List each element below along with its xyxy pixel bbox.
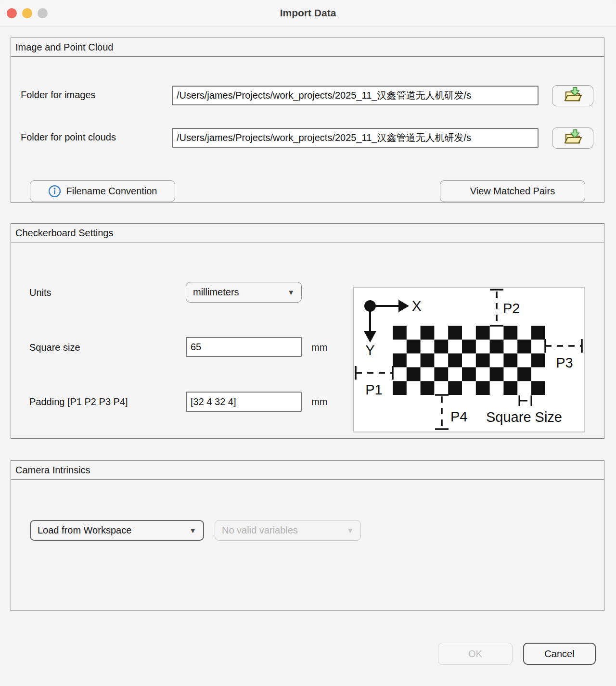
- open-folder-icon: [562, 86, 583, 106]
- camera-intrinsics-panel: Camera Intrinsics Load from Workspace ▼ …: [11, 460, 604, 611]
- camera-intrinsics-header: Camera Intrinsics: [11, 461, 604, 480]
- intrinsics-variable-dropdown: No valid variables ▼: [215, 520, 361, 541]
- import-data-dialog: Import Data Image and Point Cloud Folder…: [0, 0, 616, 686]
- dropdown-arrow-icon: ▼: [189, 526, 196, 534]
- x-axis-label: X: [412, 298, 421, 314]
- folder-images-input[interactable]: [172, 86, 539, 105]
- intrinsics-source-value: Load from Workspace: [38, 525, 131, 536]
- dropdown-arrow-icon: ▼: [287, 288, 295, 296]
- square-size-input[interactable]: [186, 337, 302, 357]
- units-label: Units: [29, 287, 51, 298]
- window-title: Import Data: [0, 0, 616, 26]
- p3-label: P3: [556, 355, 573, 370]
- titlebar: Import Data: [0, 0, 616, 26]
- folder-images-label: Folder for images: [21, 89, 96, 101]
- open-folder-icon: [562, 128, 583, 148]
- image-point-cloud-panel: Image and Point Cloud Folder for images …: [11, 38, 604, 203]
- checkerboard-squares: [393, 326, 545, 395]
- folder-point-clouds-input[interactable]: [172, 128, 539, 148]
- view-matched-pairs-button[interactable]: View Matched Pairs: [440, 180, 585, 202]
- folder-point-clouds-label: Folder for point clouds: [21, 132, 116, 143]
- units-value: millimeters: [193, 287, 239, 298]
- x-axis-arrow-icon: [398, 300, 409, 312]
- intrinsics-variable-value: No valid variables: [222, 525, 298, 536]
- checkerboard-diagram: X Y P2 P3: [353, 287, 585, 432]
- ok-button[interactable]: OK: [438, 643, 513, 665]
- browse-images-folder-button[interactable]: [552, 85, 593, 106]
- cancel-button[interactable]: Cancel: [523, 643, 596, 665]
- units-dropdown[interactable]: millimeters ▼: [186, 282, 302, 303]
- padding-unit: mm: [311, 396, 327, 407]
- checkerboard-settings-header: Checkerboard Settings: [11, 224, 604, 242]
- browse-point-clouds-folder-button[interactable]: [552, 127, 593, 149]
- view-matched-pairs-label: View Matched Pairs: [470, 186, 555, 197]
- dropdown-arrow-icon: ▼: [346, 526, 354, 534]
- cancel-button-label: Cancel: [544, 648, 574, 660]
- intrinsics-source-dropdown[interactable]: Load from Workspace ▼: [30, 520, 204, 541]
- info-icon: [48, 185, 61, 198]
- square-size-unit: mm: [311, 342, 327, 353]
- checkerboard-settings-panel: Checkerboard Settings Units millimeters …: [11, 223, 604, 439]
- y-axis-arrow-icon: [364, 331, 376, 343]
- filename-convention-button[interactable]: Filename Convention: [30, 180, 175, 202]
- ok-button-label: OK: [468, 648, 482, 660]
- filename-convention-label: Filename Convention: [66, 186, 157, 197]
- padding-input[interactable]: [186, 392, 302, 412]
- square-size-label: Square size: [29, 342, 80, 353]
- y-axis-label: Y: [365, 343, 374, 358]
- padding-label: Padding [P1 P2 P3 P4]: [29, 396, 128, 407]
- p2-label: P2: [503, 301, 520, 316]
- p4-label: P4: [450, 409, 467, 424]
- square-size-caption: Square Size: [486, 409, 562, 425]
- image-point-cloud-header: Image and Point Cloud: [11, 38, 604, 57]
- p1-label: P1: [365, 382, 382, 397]
